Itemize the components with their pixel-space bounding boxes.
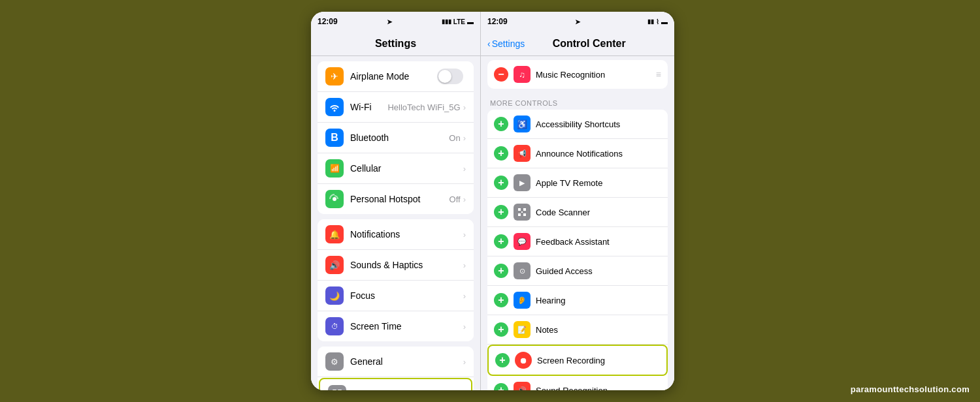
more-controls-section: + ♿ Accessibility Shortcuts + 📢 Announce… [487, 110, 668, 390]
location-icon: ➤ [387, 18, 392, 25]
network-section: ✈ Airplane Mode Wi-Fi HelloTech WiFi_5G … [318, 61, 474, 214]
airplane-icon: ✈ [325, 67, 344, 85]
network-type: LTE [453, 18, 465, 25]
notes-add-btn[interactable]: + [494, 322, 508, 337]
appletv-item[interactable]: + ▶ Apple TV Remote [487, 168, 668, 198]
sounds-label: Sounds & Haptics [350, 260, 463, 270]
screenrecording-icon: ⏺ [515, 352, 532, 369]
music-icon: ♫ [514, 66, 531, 83]
sounds-item[interactable]: 🔊 Sounds & Haptics › [318, 250, 474, 281]
appletv-label: Apple TV Remote [536, 178, 661, 188]
bluetooth-icon: B [325, 129, 344, 147]
hearing-add-btn[interactable]: + [494, 293, 508, 307]
soundrecognition-label: Sound Recognition [536, 386, 661, 391]
watermark: paramounttechsolution.com [851, 384, 970, 394]
music-recognition-item[interactable]: − ♫ Music Recognition ≡ [487, 60, 668, 89]
hotspot-value: Off [449, 194, 461, 204]
more-controls-header: MORE CONTROLS [487, 94, 668, 110]
soundrecognition-item[interactable]: + 🔊 Sound Recognition [487, 376, 668, 390]
screenrecording-add-btn[interactable]: + [495, 353, 510, 367]
svg-rect-10 [523, 208, 526, 211]
notes-icon: 📝 [514, 321, 531, 338]
sounds-chevron: › [463, 260, 466, 270]
wifi-icon [325, 98, 344, 116]
general-section: ⚙ General › Control Center [318, 347, 474, 390]
general-item[interactable]: ⚙ General › [318, 347, 474, 377]
hotspot-chevron: › [463, 194, 466, 204]
focus-label: Focus [350, 290, 463, 301]
focus-icon: 🌙 [325, 286, 344, 305]
settings-title: Settings [375, 38, 416, 50]
notifications-item[interactable]: 🔔 Notifications › [318, 219, 474, 250]
music-drag-handle[interactable]: ≡ [656, 69, 661, 80]
feedback-item[interactable]: + 💬 Feedback Assistant [487, 227, 668, 256]
svg-point-0 [333, 197, 336, 201]
wifi-value: HelloTech WiFi_5G [387, 102, 460, 112]
controlcenter-label: Control Center [353, 389, 461, 390]
settings-panel: 12:09 ➤ ▮▮▮ LTE ▬ Settings ✈ Airplane Mo… [311, 12, 481, 390]
focus-item[interactable]: 🌙 Focus › [318, 281, 474, 311]
svg-rect-1 [333, 390, 336, 390]
cellular-label: Cellular [350, 163, 463, 174]
time-left: 12:09 [318, 17, 338, 26]
status-icons-left: ▮▮▮ LTE ▬ [442, 18, 474, 25]
airplane-mode-item[interactable]: ✈ Airplane Mode [318, 61, 474, 92]
controlcenter-item[interactable]: Control Center › [319, 378, 472, 390]
controlcenter-icon [328, 385, 346, 390]
settings-title-bar: Settings [311, 31, 480, 56]
status-bar-right: 12:09 ➤ ▮▮ ⌇ ▬ [481, 12, 674, 31]
hearing-label: Hearing [536, 296, 661, 305]
appletv-icon: ▶ [514, 174, 531, 191]
hotspot-item[interactable]: Personal Hotspot Off › [318, 184, 474, 214]
focus-chevron: › [463, 291, 466, 301]
bluetooth-item[interactable]: B Bluetooth On › [318, 123, 474, 153]
notifications-chevron: › [463, 230, 466, 240]
guided-add-btn[interactable]: + [494, 264, 508, 278]
soundrecognition-icon: 🔊 [514, 382, 531, 390]
notifications-section: 🔔 Notifications › 🔊 Sounds & Haptics › 🌙… [318, 219, 474, 341]
screenrecording-label: Screen Recording [537, 356, 660, 365]
music-remove-btn[interactable]: − [494, 67, 508, 82]
feedback-add-btn[interactable]: + [494, 234, 508, 249]
codescanner-label: Code Scanner [536, 208, 661, 217]
screenrecording-item[interactable]: + ⏺ Screen Recording [487, 345, 668, 376]
bluetooth-value: On [449, 133, 460, 143]
svg-rect-12 [521, 211, 523, 213]
codescanner-add-btn[interactable]: + [494, 205, 508, 219]
device-container: 12:09 ➤ ▮▮▮ LTE ▬ Settings ✈ Airplane Mo… [311, 12, 674, 390]
location-icon-right: ➤ [575, 18, 580, 25]
soundrecognition-add-btn[interactable]: + [494, 383, 508, 390]
cellular-icon: 📶 [325, 159, 344, 178]
airplane-toggle[interactable] [437, 69, 463, 84]
wifi-label: Wi-Fi [350, 102, 387, 112]
cellular-item[interactable]: 📶 Cellular › [318, 153, 474, 184]
notes-label: Notes [536, 325, 661, 335]
notes-item[interactable]: + 📝 Notes [487, 315, 668, 345]
screentime-chevron: › [463, 322, 466, 332]
screentime-item[interactable]: ⏱ Screen Time › [318, 311, 474, 341]
back-button[interactable]: ‹ Settings [487, 39, 525, 49]
cellular-chevron: › [463, 164, 466, 174]
time-right: 12:09 [487, 17, 508, 26]
hotspot-icon [325, 190, 344, 208]
notifications-label: Notifications [350, 229, 463, 240]
announce-add-btn[interactable]: + [494, 146, 508, 161]
guided-item[interactable]: + ⊙ Guided Access [487, 256, 668, 286]
battery-icon-right: ▬ [661, 18, 668, 25]
appletv-add-btn[interactable]: + [494, 176, 508, 190]
screentime-icon: ⏱ [325, 317, 344, 335]
hearing-item[interactable]: + 👂 Hearing [487, 286, 668, 315]
svg-rect-13 [523, 213, 526, 216]
hearing-icon: 👂 [514, 292, 531, 309]
included-section: − ♫ Music Recognition ≡ [487, 60, 668, 89]
codescanner-icon [514, 204, 531, 221]
codescanner-item[interactable]: + Code Scanner [487, 198, 668, 227]
control-title-bar: ‹ Settings Control Center [481, 31, 674, 56]
svg-rect-9 [518, 208, 521, 211]
general-label: General [350, 356, 463, 367]
wifi-item[interactable]: Wi-Fi HelloTech WiFi_5G › [318, 92, 474, 123]
accessibility-add-btn[interactable]: + [494, 117, 508, 131]
svg-rect-2 [338, 390, 342, 390]
announce-item[interactable]: + 📢 Announce Notifications [487, 139, 668, 168]
accessibility-shortcuts-item[interactable]: + ♿ Accessibility Shortcuts [487, 110, 668, 139]
